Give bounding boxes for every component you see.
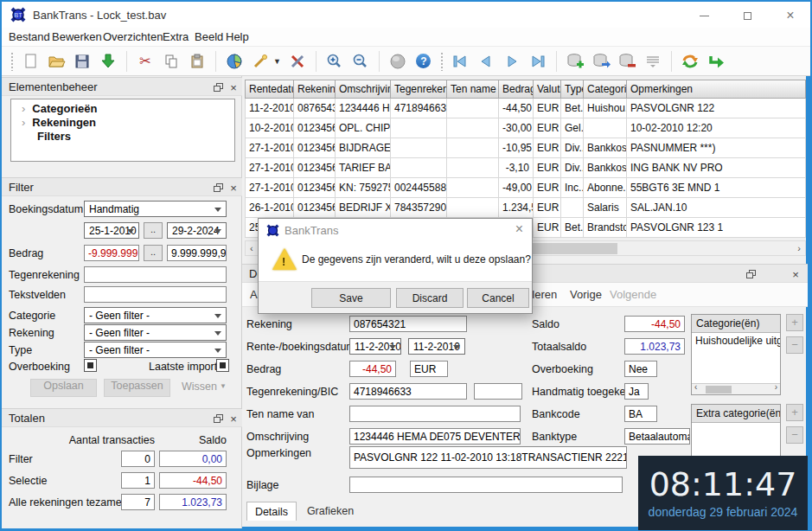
det-rentedatum-select[interactable]: 11-2-2010 [349, 338, 401, 355]
scroll-right-icon[interactable]: › [797, 243, 801, 253]
cell-omschrijving[interactable]: OPL. CHIPK... [335, 118, 390, 138]
cell-omschrijving[interactable]: BEDRIJF XXX [335, 198, 390, 218]
next-record-icon[interactable] [502, 52, 521, 71]
cell-rekening[interactable]: 012345678 [293, 158, 335, 178]
cell-type[interactable]: Gel... [560, 118, 583, 138]
cell-ten-name-van[interactable] [446, 99, 498, 118]
scrollbar-thumb[interactable] [706, 386, 732, 393]
column-header[interactable]: Type [560, 80, 583, 99]
cell-valuta[interactable]: EUR [533, 218, 560, 238]
cell-type[interactable]: Bet... [560, 218, 583, 238]
db-remove-icon[interactable] [617, 52, 636, 71]
first-record-icon[interactable] [451, 52, 470, 71]
column-header[interactable]: Bedrag [498, 80, 533, 99]
cell-tegenrekening[interactable]: 4718946633 [390, 99, 446, 118]
close-panel-icon[interactable]: × [227, 413, 240, 425]
bedrag-min-input[interactable]: -9.999.999,99 [84, 245, 139, 261]
column-header[interactable]: Ten name van [446, 80, 498, 99]
table-row[interactable]: 10-2-2010 012345678 OPL. CHIPK... -30,00… [245, 118, 806, 138]
tree-item-categorieen[interactable]: ›Categorieën [22, 102, 97, 115]
cell-ten-name-van[interactable] [446, 178, 498, 198]
close-button[interactable]: × [776, 7, 805, 24]
cell-rentedatum[interactable]: 27-1-2010 [245, 158, 293, 178]
chevron-right-icon[interactable]: › [22, 102, 25, 115]
cell-categorie[interactable] [583, 118, 626, 138]
chevron-right-icon[interactable]: › [22, 116, 25, 129]
categorie-scrollbar[interactable]: ‹ › [692, 383, 780, 394]
categorie-item[interactable]: Huishoudelijke uitgaven [692, 333, 780, 349]
det-tegenrekening-field[interactable]: 4718946633 [349, 383, 467, 400]
cancel-button[interactable]: Cancel [467, 288, 529, 308]
cell-valuta[interactable]: EUR [533, 158, 560, 178]
det-valuta-field[interactable]: EUR [410, 361, 448, 377]
menu-overzichten[interactable]: Overzichten [103, 30, 163, 43]
cell-opmerkingen[interactable]: ING BANK NV PRO [626, 158, 806, 178]
cell-opmerkingen[interactable]: PASNUMMER ***) [626, 138, 806, 158]
cell-tegenrekening[interactable] [390, 158, 446, 178]
tree-item-rekeningen[interactable]: ›Rekeningen [22, 116, 96, 129]
filter-rows-icon[interactable] [643, 52, 662, 71]
column-header[interactable]: Opmerkingen [626, 80, 806, 99]
cell-bedrag[interactable]: 1.234,56 [498, 198, 533, 218]
last-record-icon[interactable] [528, 52, 547, 71]
float-panel-icon[interactable] [211, 182, 225, 194]
pie-chart-icon[interactable] [225, 52, 244, 71]
tree-item-filters[interactable]: Filters [22, 130, 71, 143]
cell-categorie[interactable]: Bankkos... [583, 158, 626, 178]
date-range-button[interactable]: .. [144, 222, 163, 239]
db-update-icon[interactable] [591, 52, 611, 71]
tekstvelden-input[interactable] [84, 286, 227, 303]
cell-ten-name-van[interactable] [446, 138, 498, 158]
cell-rentedatum[interactable]: 26-1-2010 [245, 198, 293, 218]
cell-ten-name-van[interactable] [446, 198, 498, 218]
cell-tegenrekening[interactable]: 784357290 [390, 198, 446, 218]
extra-categorie-remove-button[interactable]: − [786, 426, 803, 444]
cell-tegenrekening[interactable] [390, 138, 446, 158]
cell-ten-name-van[interactable] [446, 158, 498, 178]
dialog-close-icon[interactable]: × [515, 221, 523, 237]
open-file-icon[interactable] [47, 52, 66, 71]
cell-opmerkingen[interactable]: 55BGT6 3E MND 1 [626, 178, 806, 198]
tab-grafieken[interactable]: Grafieken [300, 502, 361, 521]
cell-valuta[interactable]: EUR [533, 138, 560, 158]
volgende-button[interactable]: Volgende [610, 288, 656, 301]
menu-beeld[interactable]: Beeld [195, 30, 223, 43]
toepassen-button[interactable]: Toepassen [104, 379, 170, 397]
db-add-icon[interactable] [566, 52, 585, 71]
save-icon[interactable] [73, 52, 92, 71]
cell-type[interactable]: Bet... [560, 99, 583, 118]
det-boekingsdatum-select[interactable]: 11-2-2010 [408, 338, 465, 355]
date-to-select[interactable]: 29-2-2024 [167, 222, 227, 239]
table-row[interactable]: 27-1-2010 012345678 KN: 759275... 002445… [245, 178, 806, 198]
cell-omschrijving[interactable]: 1234446 HE... [335, 99, 390, 118]
refresh-icon[interactable] [681, 52, 700, 71]
scroll-right-icon[interactable]: › [775, 382, 777, 392]
menu-extra[interactable]: Extra [163, 30, 189, 43]
categorie-add-button[interactable]: + [786, 314, 803, 331]
cell-rekening[interactable]: 087654321 [293, 99, 335, 118]
toolbar-grip[interactable] [10, 52, 14, 71]
wizard-icon[interactable] [251, 52, 270, 71]
export-icon[interactable] [707, 52, 726, 71]
laatste-import-checkbox[interactable] [216, 359, 229, 372]
categorie-select[interactable]: - Geen filter - [84, 307, 227, 323]
wissen-dropdown-icon[interactable]: ▼ [220, 382, 227, 390]
scroll-left-icon[interactable]: ‹ [694, 382, 697, 392]
cell-bedrag[interactable]: -30,00 [498, 118, 533, 138]
close-panel-icon[interactable]: × [227, 81, 240, 93]
cell-opmerkingen[interactable]: 10-02-2010 12:20 [626, 118, 806, 138]
cell-type[interactable]: Div... [560, 158, 583, 178]
close-panel-icon[interactable]: × [227, 182, 240, 194]
det-bedrag-field[interactable]: -44,50 [349, 361, 396, 377]
float-panel-icon[interactable] [211, 81, 225, 93]
tab-details[interactable]: Details [246, 502, 297, 521]
cell-rekening[interactable]: 012345678 [293, 138, 335, 158]
categorie-remove-button[interactable]: − [786, 336, 803, 354]
cell-omschrijving[interactable]: TARIEF BAS... [335, 158, 390, 178]
cell-type[interactable] [560, 198, 583, 218]
globe-icon[interactable] [388, 52, 407, 71]
cell-bedrag[interactable]: -44,50 [498, 99, 533, 118]
cell-categorie[interactable]: Abonne... [583, 178, 626, 198]
cell-type[interactable]: Inc... [560, 178, 583, 198]
overboeking-checkbox[interactable] [84, 359, 97, 372]
